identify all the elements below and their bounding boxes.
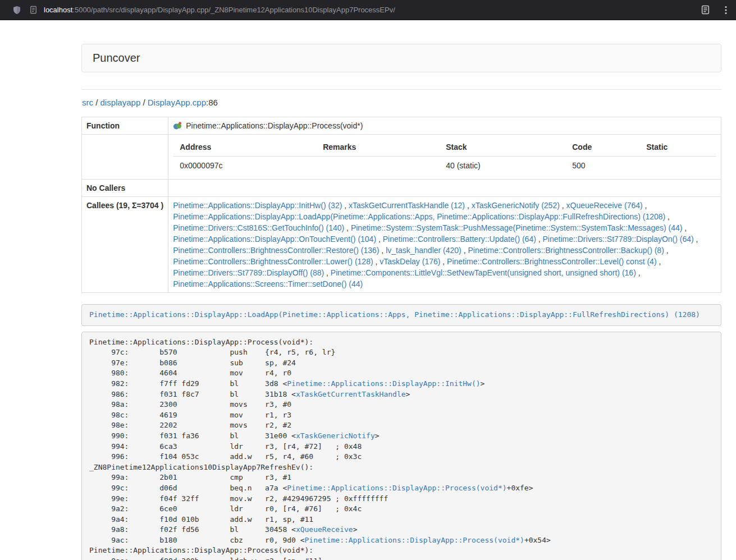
callee-link[interactable]: Pinetime::Components::LittleVgl::SetNewT… <box>331 268 636 277</box>
callee-link[interactable]: Pinetime::Applications::Screens::Timer::… <box>173 279 363 288</box>
col-remarks: Remarks <box>316 138 439 157</box>
tracking-protection-shield-icon[interactable] <box>12 6 21 15</box>
callee-link[interactable]: vTaskDelay (176) <box>380 257 440 266</box>
callee-link[interactable]: Pinetime::Controllers::BrightnessControl… <box>173 257 373 266</box>
url-path: :5000/path/src/displayapp/DisplayApp.cpp… <box>72 6 395 14</box>
callee-link[interactable]: Pinetime::Drivers::Cst816S::GetTouchInfo… <box>173 223 344 232</box>
app-header: Puncover <box>81 44 721 72</box>
callee-link[interactable]: Pinetime::Controllers::BrightnessControl… <box>468 246 664 255</box>
menu-kebab-icon[interactable] <box>725 6 727 15</box>
breadcrumb-link[interactable]: DisplayApp.cpp <box>148 98 206 107</box>
details-table: Address Remarks Stack Code Static 0x0000… <box>173 138 716 175</box>
callee-link[interactable]: Pinetime::Applications::DisplayApp::Load… <box>173 212 665 221</box>
disasm-symbol-link[interactable]: xTaskGetCurrentTaskHandle <box>296 390 406 398</box>
disasm-symbol-link[interactable]: Pinetime::Applications::DisplayApp::Init… <box>287 379 480 388</box>
url-host: localhost <box>44 6 72 14</box>
col-static: Static <box>639 138 716 157</box>
disasm-symbol-link[interactable]: xQueueReceive <box>296 525 353 534</box>
callee-link[interactable]: Pinetime::Drivers::St7789::DisplayOn() (… <box>543 235 694 244</box>
callee-link[interactable]: lv_task_handler (420) <box>386 246 461 255</box>
no-callers-label: No Callers <box>82 180 168 197</box>
breadcrumb-link[interactable]: src <box>82 98 93 107</box>
breadcrumb: src / displayapp / DisplayApp.cpp:86 <box>82 97 721 108</box>
address-value: 0x0000097c <box>173 157 316 175</box>
stack-value: 40 (static) <box>439 157 565 175</box>
col-stack: Stack <box>439 138 565 157</box>
callee-link[interactable]: Pinetime::Controllers::Battery::Update()… <box>383 235 536 244</box>
function-name: Pinetime::Applications::DisplayApp::Proc… <box>186 120 363 131</box>
callers-cell <box>168 180 721 197</box>
disasm-symbol-link[interactable]: Pinetime::Applications::DisplayApp::Proc… <box>305 536 524 544</box>
callees-label: Callees (19, Σ=3704 ) <box>82 197 168 293</box>
details-row-label <box>82 135 168 180</box>
details-header-row: Address Remarks Stack Code Static <box>173 138 716 157</box>
reader-mode-icon[interactable] <box>701 5 710 15</box>
disasm-symbol-link[interactable]: Pinetime::Applications::DisplayApp::Proc… <box>287 484 506 492</box>
table-row-function: Function Pinetime::Applications::Display… <box>82 117 721 135</box>
page-title: Puncover <box>93 52 710 65</box>
url-text: localhost:5000/path/src/displayapp/Displ… <box>44 6 395 14</box>
callee-link[interactable]: Pinetime::Applications::DisplayApp::Init… <box>173 201 342 210</box>
static-value <box>639 157 716 175</box>
remarks-value <box>316 157 439 175</box>
callee-link[interactable]: Pinetime::Controllers::BrightnessControl… <box>447 257 656 266</box>
callee-link[interactable]: xTaskGetCurrentTaskHandle (12) <box>349 201 465 210</box>
details-value-row: 0x0000097c 40 (static) 500 <box>173 157 716 175</box>
function-title: Pinetime::Applications::DisplayApp::Proc… <box>173 120 716 131</box>
table-row-details: Address Remarks Stack Code Static 0x0000… <box>82 135 721 180</box>
page-icon <box>29 6 38 14</box>
function-type-icon <box>173 121 182 130</box>
callee-link[interactable]: Pinetime::Controllers::BrightnessControl… <box>173 246 379 255</box>
breadcrumb-link[interactable]: displayapp <box>100 98 141 107</box>
callee-link[interactable]: xQueueReceive (764) <box>566 201 643 210</box>
highlighted-symbol-box: Pinetime::Applications::DisplayApp::Load… <box>81 304 721 326</box>
breadcrumb-separator: / <box>93 98 100 107</box>
disasm-symbol-link[interactable]: xTaskGenericNotify <box>296 432 375 440</box>
callee-link[interactable]: Pinetime::Applications::DisplayApp::OnTo… <box>173 235 376 244</box>
toolbar-actions <box>701 5 736 15</box>
code-value: 500 <box>565 157 639 175</box>
col-code: Code <box>565 138 639 157</box>
callee-link[interactable]: xTaskGenericNotify (252) <box>472 201 560 210</box>
callee-link[interactable]: Pinetime::Drivers::St7789::DisplayOff() … <box>173 268 324 277</box>
callees-cell: Pinetime::Applications::DisplayApp::Init… <box>168 197 721 293</box>
table-row-callees: Callees (19, Σ=3704 ) Pinetime::Applicat… <box>82 197 721 293</box>
url-bar[interactable]: localhost:5000/path/src/displayapp/Displ… <box>29 6 701 14</box>
page-container: Puncover src / displayapp / DisplayApp.c… <box>81 20 721 560</box>
disassembly-block: Pinetime::Applications::DisplayApp::Proc… <box>81 332 721 560</box>
browser-toolbar: localhost:5000/path/src/displayapp/Displ… <box>0 0 736 20</box>
breadcrumb-separator: / <box>140 98 148 107</box>
breadcrumb-line-number: :86 <box>206 98 218 107</box>
divider <box>81 89 721 90</box>
function-table: Function Pinetime::Applications::Display… <box>81 117 721 293</box>
highlighted-symbol-link[interactable]: Pinetime::Applications::DisplayApp::Load… <box>89 310 700 319</box>
callee-link[interactable]: Pinetime::System::SystemTask::PushMessag… <box>351 223 683 232</box>
table-row-no-callers: No Callers <box>82 180 721 197</box>
function-row-label: Function <box>82 117 168 135</box>
col-address: Address <box>173 138 316 157</box>
